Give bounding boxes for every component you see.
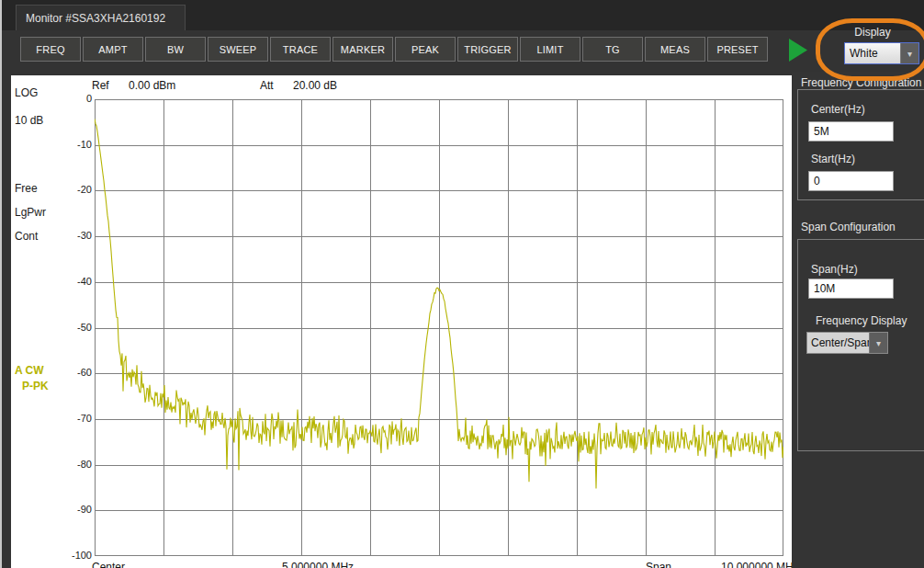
- span-configuration-title: Span Configuration: [801, 221, 896, 233]
- toolbar-buttons: FREQAMPTBWSWEEPTRACEMARKERPEAKTRIGGERLIM…: [20, 37, 768, 62]
- start-hz-label: Start(Hz): [811, 153, 855, 165]
- toolbar-button-bw[interactable]: BW: [145, 37, 206, 62]
- toolbar-button-freq[interactable]: FREQ: [20, 37, 81, 62]
- toolbar-button-marker[interactable]: MARKER: [332, 37, 393, 62]
- y-tick--80: -80: [59, 459, 92, 470]
- y-tick--90: -90: [59, 504, 92, 515]
- toolbar-button-limit[interactable]: LIMIT: [520, 37, 580, 62]
- ref-label: Ref: [92, 79, 109, 92]
- frequency-configuration-title: Frequency Configuration: [801, 76, 921, 89]
- power-mode-label: LgPwr: [15, 206, 46, 219]
- toolbar-button-trigger[interactable]: TRIGGER: [457, 37, 518, 62]
- trace-name-label: A CW: [15, 364, 44, 377]
- y-tick-0: 0: [59, 93, 92, 104]
- play-icon: [788, 38, 808, 62]
- tab-bar: Monitor #SSA3XHA2160192: [2, 0, 924, 30]
- y-tick--70: -70: [59, 413, 92, 424]
- center-freq-label: Center: [92, 561, 125, 568]
- configuration-panel: Frequency Configuration Center(Hz) Start…: [792, 72, 924, 568]
- y-tick--40: -40: [59, 276, 92, 287]
- display-label: Display: [835, 26, 910, 39]
- span-label: Span: [646, 561, 671, 568]
- y-tick--60: -60: [59, 367, 92, 378]
- center-hz-input[interactable]: [808, 121, 894, 142]
- sweep-mode-label: Cont: [15, 230, 38, 243]
- frequency-display-dropdown[interactable]: Center/Span ▾: [806, 332, 888, 354]
- center-hz-label: Center(Hz): [811, 103, 865, 116]
- spectrum-plot: [95, 99, 783, 556]
- frequency-display-value: Center/Span: [807, 333, 869, 353]
- plot-area: [95, 99, 783, 556]
- display-control: Display White ▾: [822, 26, 924, 39]
- y-tick--100: -100: [59, 550, 92, 561]
- center-freq-value: 5.000000 MHz: [282, 561, 354, 568]
- toolbar-button-trace[interactable]: TRACE: [270, 37, 331, 62]
- span-value: 10.000000 MHz: [721, 561, 792, 568]
- att-value: 20.00 dB: [293, 79, 337, 92]
- y-tick--50: -50: [59, 322, 92, 333]
- toolbar-button-ampt[interactable]: AMPT: [83, 37, 143, 62]
- y-tick--30: -30: [59, 230, 92, 241]
- toolbar-button-preset[interactable]: PRESET: [707, 37, 768, 62]
- span-hz-label: Span(Hz): [811, 263, 858, 276]
- trigger-mode-label: Free: [15, 182, 38, 195]
- window-edge: [0, 0, 2, 568]
- detector-label: P-PK: [22, 380, 49, 392]
- start-hz-input[interactable]: [808, 171, 894, 191]
- spectrum-analyzer-window: Monitor #SSA3XHA2160192 FREQAMPTBWSWEEPT…: [0, 0, 924, 568]
- ref-value: 0.00 dBm: [129, 79, 175, 92]
- display-dropdown-value: White: [845, 43, 900, 63]
- y-tick--10: -10: [59, 139, 92, 150]
- y-tick--20: -20: [59, 184, 92, 195]
- att-label: Att: [260, 79, 274, 92]
- run-button[interactable]: [788, 38, 808, 62]
- monitor-tab-title: Monitor #SSA3XHA2160192: [26, 12, 165, 25]
- toolbar-button-tg[interactable]: TG: [582, 37, 643, 62]
- chevron-down-icon[interactable]: ▾: [869, 333, 887, 353]
- span-hz-input[interactable]: [808, 278, 894, 299]
- toolbar: FREQAMPTBWSWEEPTRACEMARKERPEAKTRIGGERLIM…: [2, 30, 790, 72]
- scale-type-label: LOG: [15, 86, 38, 99]
- display-dropdown[interactable]: White ▾: [844, 42, 919, 64]
- monitor-tab[interactable]: Monitor #SSA3XHA2160192: [16, 5, 186, 30]
- toolbar-button-sweep[interactable]: SWEEP: [208, 37, 268, 62]
- toolbar-button-peak[interactable]: PEAK: [395, 37, 456, 62]
- toolbar-button-meas[interactable]: MEAS: [645, 37, 705, 62]
- chevron-down-icon[interactable]: ▾: [900, 43, 918, 63]
- scale-per-div-label: 10 dB: [15, 114, 43, 127]
- spectrum-display: Ref 0.00 dBm Att 20.00 dB LOG 10 dB Free…: [11, 75, 792, 568]
- frequency-display-label: Frequency Display: [816, 314, 907, 327]
